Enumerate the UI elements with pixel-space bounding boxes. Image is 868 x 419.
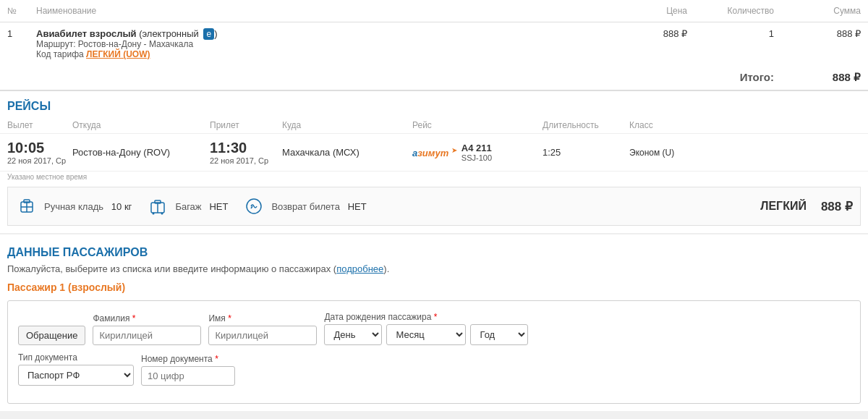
order-table: № Наименование Цена Количество Сумма 1 А… (0, 0, 868, 90)
flight-class: Эконом (U) (629, 148, 861, 158)
baggage-text: Багаж НЕТ (175, 201, 228, 212)
total-row: Итого: 888 ₽ (0, 65, 868, 90)
col-qty: Количество (694, 0, 781, 22)
doc-type-label: Тип документа (18, 352, 134, 363)
col-sum: Сумма (781, 0, 868, 22)
doc-num-label: Номер документа * (141, 354, 235, 364)
col-price: Цена (608, 0, 694, 22)
header-duration: Длительность (542, 120, 629, 130)
flight-num: А4 211 (461, 143, 492, 153)
flight-to: Махачкала (МСХ) (282, 147, 412, 158)
tariff-name[interactable]: ЛЕГКИЙ (UOW) (86, 49, 150, 59)
row-name-cell: Авиабилет взрослый (электронный е) Маршр… (29, 22, 608, 66)
passengers-section: ДАННЫЕ ПАССАЖИРОВ Пожалуйста, выберите и… (0, 233, 868, 411)
flights-title: РЕЙСЫ (0, 90, 868, 117)
col-num: № (0, 0, 29, 22)
flight-row: 10:05 22 ноя 2017, Ср Ростов-на-Дону (RO… (0, 134, 868, 172)
passengers-desc: Пожалуйста, выберите из списка или введи… (7, 263, 861, 274)
ticket-icon-bracket: ) (214, 28, 217, 39)
header-depart: Вылет (7, 120, 72, 130)
header-class: Класс (629, 120, 861, 130)
dob-selects: День Месяц Год (324, 324, 528, 345)
first-name-required: * (228, 313, 231, 323)
total-sum: 888 ₽ (781, 65, 868, 90)
refund-label: Возврат билета (271, 201, 340, 212)
dob-required: * (434, 312, 438, 322)
row-qty: 1 (694, 22, 781, 66)
ticket-suffix: (электронный (139, 28, 199, 39)
total-label: Итого: (694, 65, 781, 90)
flight-from: Ростов-на-Дону (ROV) (72, 147, 210, 158)
ticket-name: Авиабилет взрослый (36, 28, 137, 39)
svg-point-7 (153, 213, 155, 215)
form-group-dob: Дата рождения пассажира * День Месяц Год (324, 312, 528, 345)
ticket-tariff: Код тарифа ЛЕГКИЙ (UOW) (36, 49, 600, 59)
col-name: Наименование (29, 0, 608, 22)
svg-point-8 (161, 213, 163, 215)
form-row-1: Обращение Фамилия * Имя * Дата ро (18, 311, 850, 345)
flight-duration: 1:25 (542, 147, 629, 158)
page: № Наименование Цена Количество Сумма 1 А… (0, 0, 868, 411)
passengers-desc-link[interactable]: подробнее (336, 263, 383, 274)
refund-text: Возврат билета НЕТ (271, 201, 366, 212)
flight-depart: 10:05 22 ноя 2017, Ср (7, 140, 72, 165)
hand-luggage-text: Ручная кладь 10 кг (44, 201, 132, 212)
flight-arrive: 11:30 22 ноя 2017, Ср (210, 140, 282, 165)
baggage-label: Багаж (175, 201, 201, 212)
form-group-address: Обращение (18, 311, 85, 345)
local-time-note: Указано местное время (0, 172, 868, 184)
hand-luggage-label: Ручная кладь (44, 201, 103, 212)
baggage-item: Багаж НЕТ (146, 195, 228, 218)
dob-day-select[interactable]: День (324, 324, 382, 345)
hand-luggage-icon (15, 195, 38, 218)
dob-label: Дата рождения пассажира * (324, 312, 528, 322)
passengers-desc-pre: Пожалуйста, выберите из списка или введи… (7, 263, 336, 274)
refund-icon (242, 195, 265, 218)
baggage-value: НЕТ (209, 201, 228, 212)
flight-number-block: А4 211 SSJ-100 (461, 143, 492, 162)
baggage-icon (146, 195, 169, 218)
header-flight: Рейс (412, 120, 542, 130)
header-from: Откуда (72, 120, 210, 130)
ticket-icon: е (203, 28, 214, 40)
form-row-2: Тип документа Паспорт РФ Номер документа… (18, 352, 850, 386)
last-name-input[interactable] (93, 326, 201, 345)
airline-logo-orange: зимут (417, 148, 448, 158)
last-name-required: * (132, 313, 136, 323)
row-sum: 888 ₽ (781, 22, 868, 66)
airline-logo: азимут ➤ (412, 146, 457, 158)
ticket-route: Маршрут: Ростов-на-Дону - Махачкала (36, 39, 600, 49)
address-button[interactable]: Обращение (18, 326, 85, 345)
tariff-label: Код тарифа (36, 49, 84, 59)
hand-luggage-item: Ручная кладь 10 кг (15, 195, 132, 218)
form-group-lastname: Фамилия * (93, 313, 201, 345)
form-group-doctype: Тип документа Паспорт РФ (18, 352, 134, 386)
plane-type: SSJ-100 (461, 153, 492, 162)
form-group-docnum: Номер документа * (141, 354, 235, 386)
flights-header: Вылет Откуда Прилет Куда Рейс Длительнос… (0, 117, 868, 134)
last-name-label: Фамилия * (93, 313, 201, 323)
tariff-name-baggage: ЛЕГКИЙ (760, 200, 807, 213)
row-price: 888 ₽ (608, 22, 694, 66)
dob-month-select[interactable]: Месяц (386, 324, 466, 345)
depart-time: 10:05 (7, 140, 72, 156)
arrive-date: 22 ноя 2017, Ср (210, 156, 282, 165)
doc-num-required: * (215, 354, 218, 364)
header-to: Куда (282, 120, 412, 130)
dob-year-select[interactable]: Год (470, 324, 528, 345)
first-name-input[interactable] (208, 326, 317, 345)
airline-arrow: ➤ (451, 146, 457, 154)
row-num: 1 (0, 22, 29, 66)
arrive-time: 11:30 (210, 140, 282, 156)
refund-item: Возврат билета НЕТ (242, 195, 366, 218)
refund-value: НЕТ (348, 201, 367, 212)
table-row: 1 Авиабилет взрослый (электронный е) Мар… (0, 22, 868, 66)
passenger-form: Обращение Фамилия * Имя * Дата ро (7, 300, 861, 404)
header-arrive: Прилет (210, 120, 282, 130)
doc-type-select[interactable]: Паспорт РФ (18, 365, 134, 386)
hand-luggage-value: 10 кг (111, 201, 132, 212)
doc-num-input[interactable] (141, 366, 235, 386)
tariff-price-baggage: 888 ₽ (821, 199, 853, 214)
form-group-firstname: Имя * (208, 313, 317, 345)
flight-airline: азимут ➤ А4 211 SSJ-100 (412, 143, 542, 162)
